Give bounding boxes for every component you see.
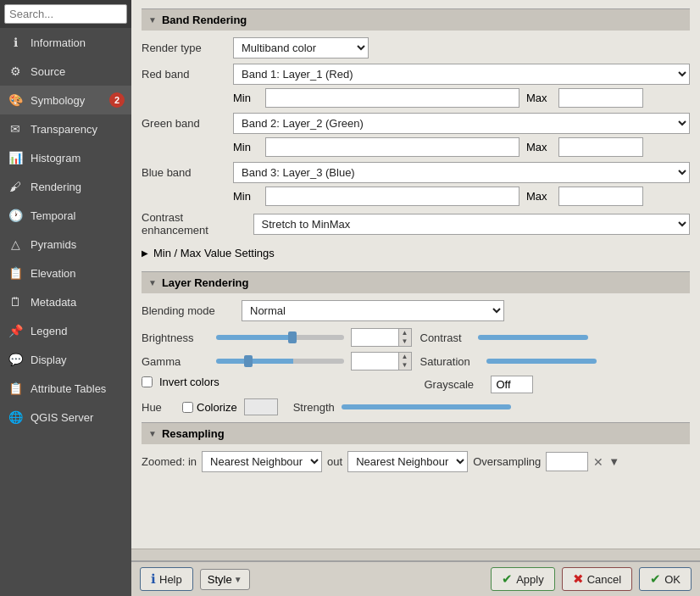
gamma-track[interactable] (216, 359, 344, 364)
blue-band-select[interactable]: Band 3: Layer_3 (Blue) (233, 162, 690, 183)
render-type-select[interactable]: Multiband color (233, 37, 369, 58)
band-rendering-header[interactable]: ▼ Band Rendering (142, 8, 690, 31)
grayscale-value: Off (491, 376, 533, 393)
saturation-col: Saturation (420, 352, 691, 370)
resampling-row: Zoomed: in Nearest Neighbour out Nearest… (142, 451, 690, 472)
help-icon: ℹ (151, 571, 156, 587)
sidebar-item-label: Histogram (31, 152, 81, 164)
sidebar-item-histogram[interactable]: 📊 Histogram (0, 143, 131, 172)
blue-band-minmax-row: Min 2541 Max 5275 (142, 187, 690, 206)
resampling-arrow: ▼ (148, 429, 157, 438)
red-min-label: Min (233, 92, 258, 104)
green-min-input[interactable]: 4725 (265, 137, 519, 157)
red-band-row: Red band Band 1: Layer_1 (Red) (142, 64, 690, 85)
sidebar-item-rendering[interactable]: 🖌 Rendering (0, 172, 131, 201)
brightness-col: Brightness 0 ▲ ▼ (142, 328, 412, 347)
strength-slider[interactable] (342, 404, 511, 409)
gamma-value-box: 1.00 ▲ ▼ (351, 352, 412, 370)
blending-mode-row: Blending mode Normal (142, 300, 690, 321)
red-band-select[interactable]: Band 1: Layer_1 (Red) (233, 64, 690, 85)
blue-band-label: Blue band (142, 166, 226, 179)
rendering-icon: 🖌 (7, 178, 24, 195)
oversampling-input[interactable]: 2.00 (546, 452, 588, 471)
min-max-settings-row[interactable]: ▶ Min / Max Value Settings (142, 242, 690, 268)
contrast-enhancement-select[interactable]: Stretch to MinMax (253, 214, 690, 235)
green-band-select[interactable]: Band 2: Layer_2 (Green) (233, 113, 690, 134)
layer-rendering-header[interactable]: ▼ Layer Rendering (142, 271, 690, 293)
hue-color-box[interactable] (244, 398, 278, 415)
brightness-track[interactable] (216, 335, 344, 340)
apply-button[interactable]: ✔ Apply (491, 567, 555, 591)
cancel-button[interactable]: ✖ Cancel (562, 567, 632, 591)
sidebar-item-source[interactable]: ⚙ Source (0, 57, 131, 86)
contrast-enhancement-row: Contrast enhancement Stretch to MinMax (142, 211, 690, 237)
zoomed-out-select[interactable]: Nearest Neighbour (347, 451, 468, 472)
sidebar: ℹ Information ⚙ Source 🎨 Symbology 2 ✉ T… (0, 0, 131, 596)
ok-icon: ✔ (650, 571, 661, 587)
gamma-thumb[interactable] (244, 355, 253, 367)
sidebar-item-qgis-server[interactable]: 🌐 QGIS Server (0, 403, 131, 432)
sidebar-item-label: Transparency (31, 123, 97, 136)
sidebar-item-label: Legend (31, 325, 67, 337)
colorize-checkbox[interactable] (182, 402, 193, 413)
sidebar-item-transparency[interactable]: ✉ Transparency (0, 114, 131, 143)
brightness-contrast-row: Brightness 0 ▲ ▼ Contra (142, 328, 690, 347)
invert-colors-checkbox[interactable] (142, 376, 153, 387)
saturation-track[interactable] (486, 359, 597, 364)
gamma-input[interactable]: 1.00 (352, 354, 398, 370)
metadata-icon: 🗒 (7, 293, 24, 310)
sidebar-item-symbology[interactable]: 🎨 Symbology 2 (0, 86, 131, 114)
red-min-input[interactable]: 2662 (265, 88, 519, 108)
blue-band-row: Blue band Band 3: Layer_3 (Blue) (142, 162, 690, 183)
sidebar-item-label: QGIS Server (31, 411, 93, 424)
ok-button[interactable]: ✔ OK (639, 567, 692, 591)
blue-min-input[interactable]: 2541 (265, 187, 519, 206)
style-label: Style (208, 573, 232, 586)
blending-mode-select[interactable]: Normal (242, 300, 504, 321)
sidebar-search-container (0, 0, 131, 28)
brightness-up-btn[interactable]: ▲ (399, 329, 411, 337)
blue-max-input[interactable]: 5275 (558, 187, 643, 206)
green-band-label: Green band (142, 117, 226, 130)
contrast-track[interactable] (478, 335, 588, 340)
apply-icon: ✔ (502, 571, 513, 587)
sidebar-item-label: Rendering (31, 181, 81, 193)
gamma-down-btn[interactable]: ▼ (399, 361, 411, 370)
green-min-label: Min (233, 141, 258, 153)
green-band-row: Green band Band 2: Layer_2 (Green) (142, 113, 690, 134)
colorize-label: Colorize (197, 401, 237, 414)
sidebar-item-pyramids[interactable]: △ Pyramids (0, 230, 131, 259)
sidebar-item-elevation[interactable]: 📋 Elevation (0, 259, 131, 287)
attribute-tables-icon: 📋 (7, 380, 24, 397)
pyramids-icon: △ (7, 236, 24, 253)
brightness-thumb[interactable] (288, 331, 297, 343)
sidebar-item-information[interactable]: ℹ Information (0, 28, 131, 57)
invert-colors-row: Invert colors (142, 376, 408, 388)
sidebar-item-metadata[interactable]: 🗒 Metadata (0, 287, 131, 316)
help-button[interactable]: ℹ Help (140, 567, 193, 591)
style-button[interactable]: Style ▼ (200, 569, 250, 590)
brightness-input[interactable]: 0 (352, 330, 398, 346)
min-max-settings-arrow: ▶ (142, 248, 148, 258)
resampling-header[interactable]: ▼ Resampling (142, 422, 690, 444)
display-icon: 💬 (7, 351, 24, 368)
sidebar-item-attribute-tables[interactable]: 📋 Attribute Tables (0, 374, 131, 403)
layer-rendering-section: ▼ Layer Rendering Blending mode Normal B… (142, 271, 690, 415)
green-max-label: Max (526, 141, 552, 153)
sidebar-item-label: Pyramids (31, 238, 76, 251)
sidebar-item-display[interactable]: 💬 Display (0, 345, 131, 374)
zoomed-in-select[interactable]: Nearest Neighbour (202, 451, 322, 472)
sidebar-item-temporal[interactable]: 🕐 Temporal (0, 201, 131, 230)
oversampling-more-btn[interactable]: ▼ (608, 455, 619, 468)
green-max-input[interactable]: 16133 (558, 137, 643, 157)
blue-min-label: Min (233, 190, 258, 203)
search-input[interactable] (4, 4, 127, 24)
gamma-up-btn[interactable]: ▲ (399, 353, 411, 361)
red-max-input[interactable]: 17987 (558, 88, 643, 108)
sidebar-item-legend[interactable]: 📌 Legend (0, 316, 131, 345)
brightness-down-btn[interactable]: ▼ (399, 337, 411, 346)
sidebar-item-label: Information (31, 36, 86, 49)
oversampling-clear-btn[interactable]: ✕ (593, 455, 603, 469)
horizontal-scrollbar[interactable] (131, 549, 700, 560)
gamma-label: Gamma (142, 355, 209, 368)
